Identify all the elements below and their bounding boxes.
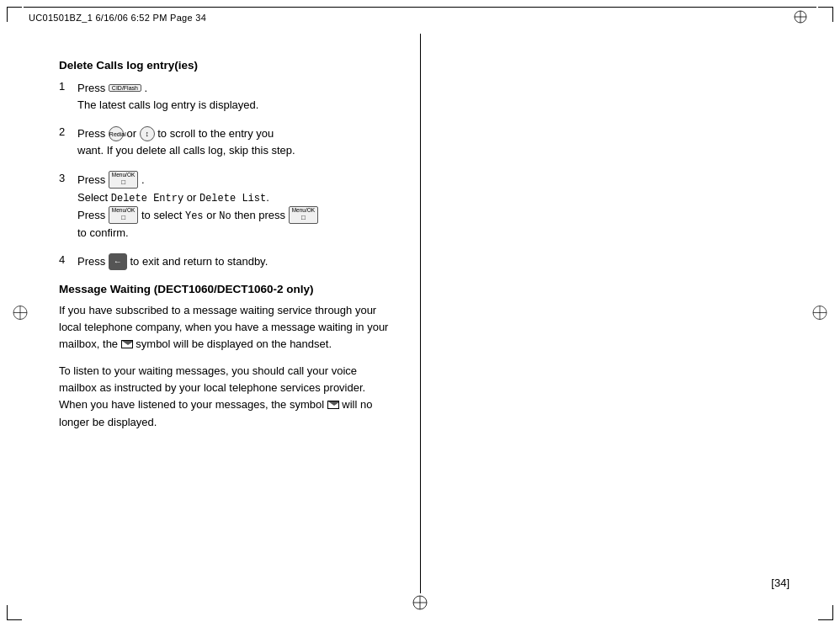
step-1-line-1: Press CID/Flash . bbox=[77, 80, 258, 97]
envelope-icon-1 bbox=[121, 340, 133, 348]
envelope-icon-2 bbox=[327, 401, 339, 409]
menu-ok-key-3: Menu/OK□ bbox=[289, 206, 318, 225]
step-4-number: 4 bbox=[59, 253, 74, 266]
step-3-line-2: Select Delete Entry or Delete List. bbox=[77, 189, 318, 207]
menu-ok-key-1: Menu/OK□ bbox=[109, 171, 138, 189]
header-text: UC01501BZ_1 6/16/06 6:52 PM Page 34 bbox=[29, 13, 206, 23]
step-1-line-2: The latest calls log entry is displayed. bbox=[77, 97, 258, 114]
step-2-line-2: want. If you delete all calls log, skip … bbox=[77, 142, 295, 159]
step-1-number: 1 bbox=[59, 80, 74, 93]
main-content: Delete Calls log entry(ies) 1 Press CID/… bbox=[51, 34, 402, 577]
step-2-number: 2 bbox=[59, 125, 74, 138]
scroll-key: ↕ bbox=[140, 126, 155, 141]
step-3-line-4: to confirm. bbox=[77, 225, 318, 242]
no-text: No bbox=[219, 210, 231, 222]
yes-text: Yes bbox=[185, 210, 204, 222]
corner-mark-br bbox=[818, 605, 833, 620]
header-bar: UC01501BZ_1 6/16/06 6:52 PM Page 34 bbox=[24, 7, 816, 25]
vertical-divider bbox=[420, 34, 421, 593]
header-crosshair bbox=[793, 9, 808, 24]
corner-mark-bl bbox=[7, 605, 22, 620]
step-3-line-1: Press Menu/OK□ . bbox=[77, 172, 318, 190]
left-crosshair bbox=[12, 304, 29, 323]
step-3: 3 Press Menu/OK□ . Select Delete Entry o… bbox=[59, 172, 394, 242]
end-key: ← bbox=[109, 253, 127, 270]
step-3-number: 3 bbox=[59, 172, 74, 184]
delete-entry-text: Delete Entry bbox=[111, 193, 183, 205]
step-3-line-3: Press Menu/OK□ to select Yes or No then … bbox=[77, 207, 318, 226]
page-number: [34] bbox=[771, 577, 789, 589]
step-2-line-1: Press Redial or ↕ to scroll to the entry… bbox=[77, 125, 295, 142]
step-4-line-1: Press ← to exit and return to standby. bbox=[77, 253, 268, 270]
step-1: 1 Press CID/Flash . The latest calls log… bbox=[59, 80, 394, 114]
delete-list-text: Delete List bbox=[199, 193, 266, 205]
step-4-content: Press ← to exit and return to standby. bbox=[77, 253, 268, 270]
corner-mark-tl bbox=[7, 7, 22, 22]
message-waiting-title: Message Waiting (DECT1060/DECT1060-2 onl… bbox=[59, 283, 394, 295]
delete-calls-section: Delete Calls log entry(ies) 1 Press CID/… bbox=[59, 59, 394, 271]
delete-calls-title: Delete Calls log entry(ies) bbox=[59, 59, 394, 72]
message-waiting-section: Message Waiting (DECT1060/DECT1060-2 onl… bbox=[59, 283, 394, 431]
step-4: 4 Press ← to exit and return to standby. bbox=[59, 253, 394, 270]
message-waiting-para-1: If you have subscribed to a message wait… bbox=[59, 302, 394, 353]
message-waiting-para-2: To listen to your waiting messages, you … bbox=[59, 363, 394, 431]
step-2-content: Press Redial or ↕ to scroll to the entry… bbox=[77, 125, 295, 159]
corner-mark-tr bbox=[818, 7, 833, 22]
step-3-content: Press Menu/OK□ . Select Delete Entry or … bbox=[77, 172, 318, 242]
bottom-crosshair bbox=[412, 594, 428, 614]
step-1-content: Press CID/Flash . The latest calls log e… bbox=[77, 80, 258, 114]
cid-flash-key: CID/Flash bbox=[109, 84, 141, 92]
right-crosshair bbox=[811, 304, 828, 323]
step-2: 2 Press Redial or ↕ to scroll to the ent… bbox=[59, 125, 394, 159]
redial-key: Redial bbox=[109, 126, 124, 141]
menu-ok-key-2: Menu/OK□ bbox=[109, 206, 138, 225]
